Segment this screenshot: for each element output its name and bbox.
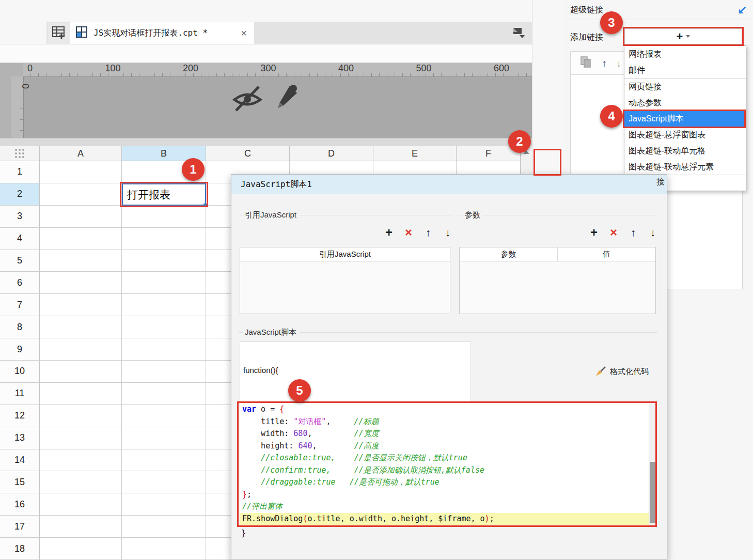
tab-overflow-button[interactable] [511,27,527,40]
menu-item-7[interactable]: 图表超链-联动悬浮元素 [624,159,746,175]
params-table[interactable]: 参数 值 [459,247,656,314]
row-header-11[interactable]: 11 [0,383,40,405]
cell-A9[interactable] [40,338,122,361]
move-up-button[interactable]: ↑ [602,57,607,69]
dialog-titlebar[interactable]: JavaScript脚本1 [231,175,667,194]
row-header-12[interactable]: 12 [0,405,40,427]
code-line-4: height: 640, //高度 [240,440,656,453]
row-header-17[interactable]: 17 [0,516,40,538]
cell-B12[interactable] [122,405,206,427]
cell-B8[interactable] [122,316,206,338]
cell-A15[interactable] [40,471,122,493]
row-header-14[interactable]: 14 [0,449,40,472]
code-scrollbar-thumb[interactable] [650,462,655,523]
menu-item-2[interactable]: 网页链接 [624,79,746,95]
cell-A12[interactable] [40,405,122,427]
row-header-5[interactable]: 5 [0,250,40,272]
code-editor[interactable]: var o = { title: "对话框", //标题 width: 680,… [240,403,656,526]
menu-item-6[interactable]: 图表超链-联动单元格 [624,143,746,159]
code-line-2: title: "对话框", //标题 [240,416,656,428]
cell-A8[interactable] [40,316,122,338]
cell-A17[interactable] [40,516,122,538]
cell-B4[interactable] [122,228,206,250]
row-header-16[interactable]: 16 [0,493,40,516]
add-link-button[interactable]: + [624,28,742,44]
cell-A16[interactable] [40,493,122,516]
cell-B16[interactable] [122,493,206,516]
eye-slash-icon [231,84,263,115]
cell-B17[interactable] [122,516,206,538]
cell-B7[interactable] [122,294,206,316]
panel-expand-arrow-icon[interactable]: ↙ [738,3,747,17]
params-legend-row: 参数 [459,210,657,220]
add-param-button[interactable]: + [587,226,601,239]
cell-B5[interactable] [122,250,206,272]
row-header-18[interactable]: 18 [0,538,40,560]
ref-js-table-header: 引用JavaScript [240,247,450,261]
cell-A18[interactable] [40,538,122,560]
row-header-3[interactable]: 3 [0,206,40,228]
column-header-D[interactable]: D [290,146,373,161]
cell-A13[interactable] [40,427,122,449]
menu-item-3[interactable]: 动态参数 [624,95,746,111]
cell-A6[interactable] [40,272,122,294]
cell-B18[interactable] [122,538,206,560]
cell-A4[interactable] [40,228,122,250]
cell-A14[interactable] [40,449,122,472]
annotation-circle-2: 2 [508,130,531,153]
cell-A10[interactable] [40,361,122,383]
row-header-7[interactable]: 7 [0,294,40,316]
menu-item-0[interactable]: 网络报表 [624,46,746,62]
row-header-2[interactable]: 2 [0,183,40,206]
ref-js-table[interactable]: 引用JavaScript [240,247,450,314]
cell-A7[interactable] [40,294,122,316]
ruler-label: 100 [105,63,121,74]
row-header-10[interactable]: 10 [0,361,40,383]
cell-A2[interactable] [40,183,122,206]
column-header-row: ABCDEF [0,146,521,161]
cell-B11[interactable] [122,383,206,405]
param-down-button[interactable]: ↓ [646,226,660,239]
param-up-button[interactable]: ↑ [626,226,640,239]
code-scrollbar[interactable] [649,403,656,526]
row-header-9[interactable]: 9 [0,338,40,361]
row-header-8[interactable]: 8 [0,316,40,338]
cell-B6[interactable] [122,272,206,294]
cell-A11[interactable] [40,383,122,405]
format-code-button[interactable]: 格式化代码 [594,366,649,377]
cell-B3[interactable] [122,206,206,228]
add-row-button[interactable]: + [382,226,396,239]
row-header-13[interactable]: 13 [0,427,40,449]
column-header-C[interactable]: C [206,146,290,161]
close-tab-icon[interactable]: × [239,27,249,39]
move-down-button[interactable]: ↓ [616,57,621,69]
menu-item-1[interactable]: 邮件 [624,62,746,78]
move-down-button[interactable]: ↓ [441,226,454,239]
row-header-15[interactable]: 15 [0,471,40,493]
row-header-1[interactable]: 1 [0,161,40,183]
column-header-A[interactable]: A [40,146,122,161]
menu-item-5[interactable]: 图表超链-悬浮窗图表 [624,127,746,143]
cell-B15[interactable] [122,471,206,493]
row-header-4[interactable]: 4 [0,228,40,250]
select-all-corner[interactable] [0,146,40,161]
menu-item-4[interactable]: JavaScript脚本 [624,111,746,127]
cell-A3[interactable] [40,206,122,228]
cell-B10[interactable] [122,361,206,383]
move-up-button[interactable]: ↑ [421,226,435,239]
cell-B9[interactable] [122,338,206,361]
active-cell-b2[interactable]: 打开报表 [122,183,206,206]
panel-divider [563,20,753,20]
cell-B14[interactable] [122,449,206,472]
column-header-E[interactable]: E [373,146,457,161]
cell-B13[interactable] [122,427,206,449]
copy-link-button[interactable] [580,56,592,70]
delete-row-button[interactable]: × [402,226,415,239]
selection-handle[interactable] [203,204,207,207]
row-header-6[interactable]: 6 [0,272,40,294]
delete-param-button[interactable]: × [607,226,620,239]
cell-A1[interactable] [40,161,122,183]
report-tab[interactable]: JS实现对话框打开报表.cpt * × [70,22,254,44]
cell-A5[interactable] [40,250,122,272]
new-report-button[interactable] [48,23,70,44]
